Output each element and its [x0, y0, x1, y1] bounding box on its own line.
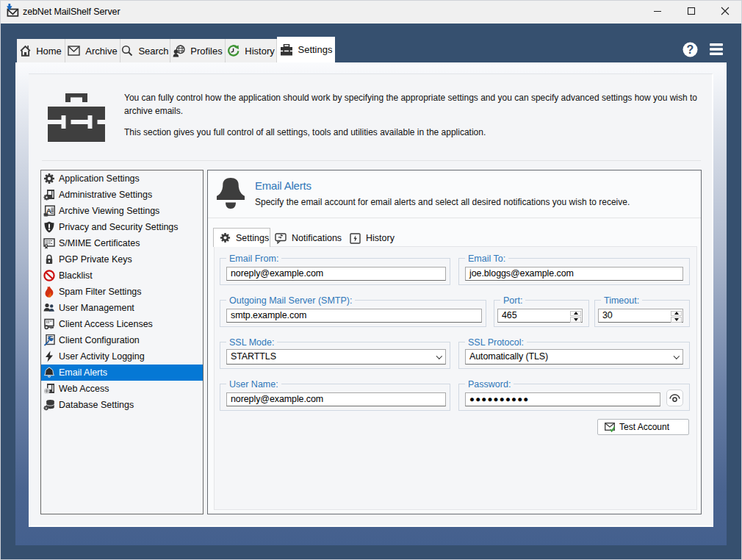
- svg-text:?: ?: [687, 43, 694, 56]
- svg-text:A: A: [46, 207, 51, 215]
